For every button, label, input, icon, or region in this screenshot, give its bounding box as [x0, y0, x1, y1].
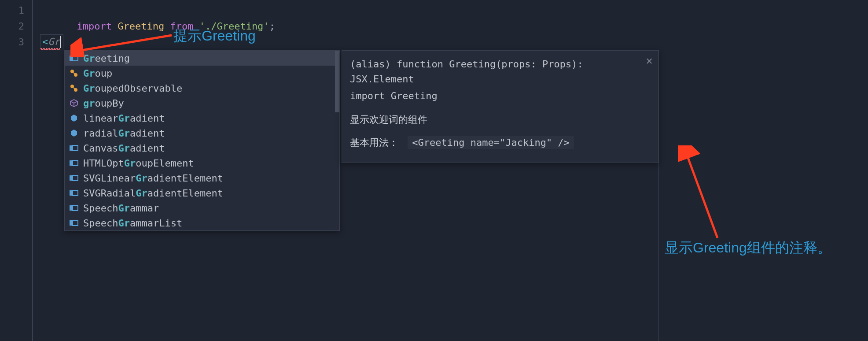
hex-icon	[68, 129, 80, 137]
autocomplete-label: SpeechGrammar	[83, 203, 159, 214]
doc-signature: (alias) function Greeting(props: Props):…	[350, 57, 650, 87]
autocomplete-scrollbar[interactable]	[335, 51, 339, 112]
block-icon	[68, 204, 80, 211]
class-icon	[68, 84, 80, 92]
autocomplete-label: SpeechGrammarList	[83, 218, 182, 229]
autocomplete-label: Greeting	[83, 53, 130, 64]
autocomplete-item[interactable]: SpeechGrammar	[65, 200, 339, 215]
svg-rect-12	[70, 175, 72, 181]
svg-rect-17	[73, 205, 78, 211]
doc-usage: 基本用法： <Greeting name="Jacking" />	[350, 136, 650, 149]
autocomplete-label: HTMLOptGroupElement	[83, 158, 194, 169]
autocomplete-label: groupBy	[83, 98, 124, 109]
partial-identifier: Gr	[48, 34, 60, 50]
autocomplete-item[interactable]: radialGradient	[65, 126, 339, 141]
svg-point-2	[70, 70, 74, 73]
autocomplete-label: CanvasGradient	[83, 143, 165, 154]
autocomplete-item[interactable]: SVGLinearGradientElement	[65, 170, 339, 185]
jsx-open-bracket: <	[42, 34, 48, 50]
text-cursor	[60, 36, 61, 48]
cube-icon	[68, 99, 80, 107]
class-icon	[68, 69, 80, 77]
autocomplete-item[interactable]: groupBy	[65, 96, 339, 111]
code-line-1[interactable]: import Greeting from './Greeting';	[42, 3, 868, 19]
doc-border-extension	[658, 50, 659, 341]
svg-rect-11	[73, 160, 78, 166]
autocomplete-label: SVGRadialGradientElement	[83, 188, 223, 199]
autocomplete-popup: GreetingGroupGroupedObservablegroupBylin…	[64, 50, 340, 231]
autocomplete-item[interactable]: CanvasGradient	[65, 141, 339, 156]
doc-usage-label: 基本用法：	[350, 137, 398, 148]
svg-rect-1	[73, 56, 78, 61]
autocomplete-item[interactable]: Greeting	[65, 51, 339, 66]
svg-rect-15	[73, 190, 78, 196]
block-icon	[68, 159, 80, 167]
block-icon	[68, 55, 80, 62]
svg-rect-0	[70, 56, 72, 61]
documentation-popup: × (alias) function Greeting(props: Props…	[342, 50, 658, 163]
block-icon	[68, 189, 80, 196]
autocomplete-item[interactable]: GroupedObservable	[65, 81, 339, 96]
svg-rect-18	[70, 220, 72, 226]
autocomplete-item[interactable]: Group	[65, 66, 339, 81]
autocomplete-item[interactable]: SVGRadialGradientElement	[65, 185, 339, 200]
autocomplete-label: GroupedObservable	[83, 83, 182, 94]
svg-rect-8	[70, 145, 72, 151]
close-icon[interactable]: ×	[646, 54, 653, 67]
svg-line-7	[74, 88, 75, 89]
svg-rect-9	[73, 145, 78, 151]
error-squiggle	[40, 48, 60, 50]
doc-import-line: import Greeting	[350, 89, 650, 104]
autocomplete-label: SVGLinearGradientElement	[83, 173, 223, 184]
autocomplete-item[interactable]: HTMLOptGroupElement	[65, 156, 339, 170]
svg-rect-16	[70, 205, 72, 211]
autocomplete-item[interactable]: SpeechGrammarList	[65, 215, 339, 230]
svg-rect-13	[73, 175, 78, 181]
svg-line-4	[74, 73, 75, 74]
autocomplete-label: linearGradient	[83, 113, 165, 124]
line-number-gutter: 1 2 3	[0, 0, 33, 341]
autocomplete-label: radialGradient	[83, 128, 165, 139]
svg-rect-10	[70, 160, 72, 166]
doc-description: 显示欢迎词的组件	[350, 112, 650, 127]
svg-rect-14	[70, 190, 72, 196]
block-icon	[68, 219, 80, 226]
block-icon	[68, 145, 80, 152]
line-number: 2	[0, 19, 32, 34]
line-number: 3	[0, 34, 32, 50]
svg-point-5	[70, 85, 74, 88]
autocomplete-label: Group	[83, 68, 112, 79]
line-number: 1	[0, 3, 32, 19]
doc-usage-code: <Greeting name="Jacking" />	[408, 136, 574, 149]
code-line-3[interactable]: <Gr	[42, 34, 868, 50]
hex-icon	[68, 114, 80, 122]
code-line-2[interactable]	[42, 19, 868, 34]
autocomplete-item[interactable]: linearGradient	[65, 111, 339, 126]
block-icon	[68, 174, 80, 182]
svg-rect-19	[73, 220, 78, 226]
